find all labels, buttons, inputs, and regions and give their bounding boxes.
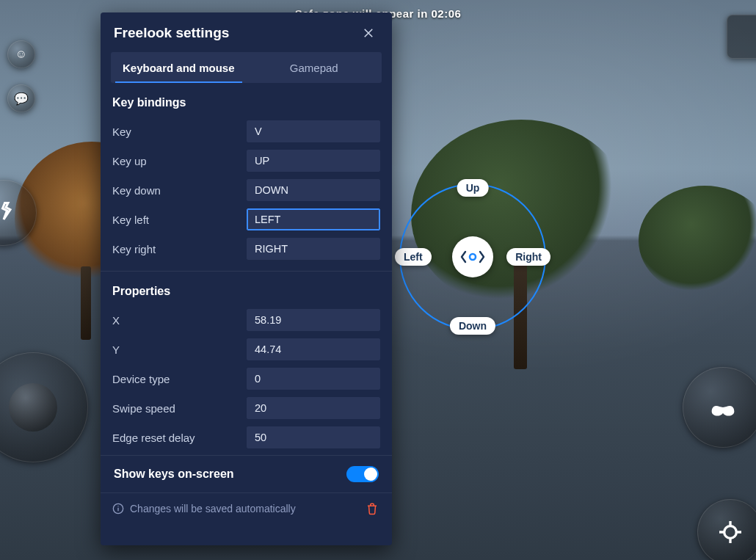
binding-field-key[interactable]: V bbox=[247, 120, 380, 142]
property-field-edge-reset-delay[interactable]: 50 bbox=[247, 426, 380, 448]
svg-point-0 bbox=[724, 526, 737, 539]
svg-point-1 bbox=[470, 254, 476, 260]
close-button[interactable] bbox=[358, 23, 379, 43]
footer-note: Changes will be saved automatically bbox=[130, 503, 296, 514]
binding-label: Key down bbox=[112, 184, 239, 197]
binding-row-key-up: Key up UP bbox=[112, 146, 380, 175]
binding-row-key: Key V bbox=[112, 117, 380, 146]
freelook-up-pill[interactable]: Up bbox=[457, 179, 489, 197]
close-icon bbox=[362, 26, 375, 40]
binding-row-key-left: Key left LEFT bbox=[112, 205, 380, 234]
hud-joystick[interactable] bbox=[0, 352, 88, 462]
freelook-center-handle[interactable] bbox=[452, 236, 493, 277]
section-key-bindings: Key bindings Key V Key up UP Key down DO… bbox=[101, 83, 392, 266]
tree-trunk bbox=[81, 266, 91, 340]
binding-label: Key up bbox=[112, 155, 239, 167]
panel-footer: Changes will be saved automatically bbox=[101, 492, 392, 527]
show-keys-row: Show keys on-screen bbox=[101, 455, 392, 492]
property-field-swipe-speed[interactable]: 20 bbox=[247, 397, 380, 419]
hud-joystick-thumb[interactable] bbox=[9, 383, 57, 432]
binding-field-key-up[interactable]: UP bbox=[247, 150, 380, 172]
binding-row-key-right: Key right RIGHT bbox=[112, 234, 380, 263]
tab-keyboard-mouse[interactable]: Keyboard and mouse bbox=[111, 52, 247, 83]
binding-label: Key bbox=[112, 126, 239, 138]
binding-label: Key left bbox=[112, 214, 239, 226]
property-row-edge-reset-delay: Edge reset delay 50 bbox=[112, 423, 380, 452]
freelook-down-pill[interactable]: Down bbox=[450, 317, 495, 335]
panel-header: Freelook settings bbox=[101, 12, 392, 49]
hud-aim-button[interactable] bbox=[697, 499, 756, 560]
panel-title: Freelook settings bbox=[114, 25, 229, 41]
property-field-y[interactable]: 44.74 bbox=[247, 338, 380, 360]
hud-map[interactable] bbox=[727, 15, 756, 59]
hud-attack-button[interactable] bbox=[683, 367, 756, 448]
property-label: Swipe speed bbox=[112, 402, 239, 415]
property-field-device-type[interactable]: 0 bbox=[247, 368, 380, 390]
property-label: Device type bbox=[112, 373, 239, 385]
binding-field-key-left[interactable]: LEFT bbox=[247, 208, 380, 230]
freelook-overlay[interactable]: Up Down Left Right bbox=[399, 183, 546, 330]
hud-emote-button[interactable]: ☺ bbox=[7, 40, 35, 68]
tabs: Keyboard and mouse Gamepad bbox=[111, 52, 382, 83]
property-label: Y bbox=[112, 343, 239, 356]
section-properties: Properties X 58.19 Y 44.74 Device type 0… bbox=[101, 271, 392, 455]
trash-icon bbox=[366, 502, 379, 515]
property-row-swipe-speed: Swipe speed 20 bbox=[112, 393, 380, 423]
freelook-right-pill[interactable]: Right bbox=[506, 248, 550, 266]
binding-row-key-down: Key down DOWN bbox=[112, 175, 380, 205]
property-row-y: Y 44.74 bbox=[112, 335, 380, 364]
delete-button[interactable] bbox=[364, 501, 380, 517]
tab-gamepad[interactable]: Gamepad bbox=[247, 52, 382, 83]
property-label: Edge reset delay bbox=[112, 432, 239, 444]
section-title: Key bindings bbox=[112, 96, 380, 109]
hud-chat-button[interactable]: 💬 bbox=[7, 84, 35, 112]
binding-label: Key right bbox=[112, 243, 239, 255]
property-row-x: X 58.19 bbox=[112, 305, 380, 335]
info-icon bbox=[112, 503, 124, 514]
binding-field-key-down[interactable]: DOWN bbox=[247, 179, 380, 201]
property-label: X bbox=[112, 314, 239, 327]
section-title: Properties bbox=[112, 285, 380, 298]
show-keys-label: Show keys on-screen bbox=[114, 468, 234, 481]
property-row-device-type: Device type 0 bbox=[112, 364, 380, 393]
freelook-settings-panel: Freelook settings Keyboard and mouse Gam… bbox=[101, 12, 392, 545]
binding-field-key-right[interactable]: RIGHT bbox=[247, 238, 380, 260]
svg-point-4 bbox=[117, 506, 118, 506]
show-keys-toggle[interactable] bbox=[346, 466, 379, 482]
property-field-x[interactable]: 58.19 bbox=[247, 309, 380, 331]
tree-foliage bbox=[639, 186, 756, 296]
freelook-left-pill[interactable]: Left bbox=[395, 248, 432, 266]
